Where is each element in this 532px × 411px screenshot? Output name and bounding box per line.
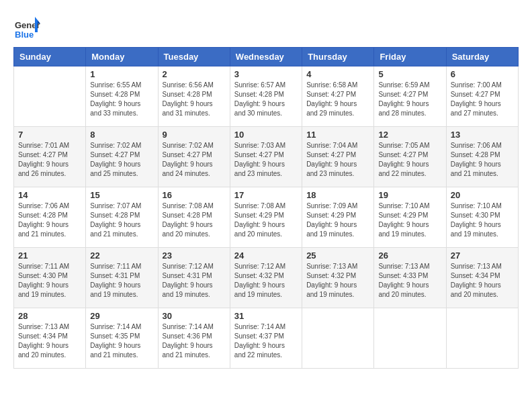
day-info: Sunrise: 7:13 AM Sunset: 4:34 PM Dayligh…	[451, 262, 514, 300]
column-header-tuesday: Tuesday	[158, 48, 230, 66]
day-info: Sunrise: 7:08 AM Sunset: 4:29 PM Dayligh…	[234, 201, 298, 239]
day-number: 24	[234, 250, 298, 261]
day-info: Sunrise: 7:11 AM Sunset: 4:30 PM Dayligh…	[18, 262, 81, 300]
day-number: 31	[234, 311, 298, 321]
day-info: Sunrise: 7:06 AM Sunset: 4:28 PM Dayligh…	[18, 201, 81, 239]
day-number: 3	[234, 69, 298, 79]
day-number: 23	[163, 250, 226, 261]
day-number: 15	[90, 190, 153, 200]
day-number: 9	[163, 130, 226, 140]
day-info: Sunrise: 7:00 AM Sunset: 4:27 PM Dayligh…	[451, 81, 514, 118]
calendar-cell: 19Sunrise: 7:10 AM Sunset: 4:29 PM Dayli…	[374, 187, 446, 248]
calendar-cell: 22Sunrise: 7:11 AM Sunset: 4:31 PM Dayli…	[86, 248, 158, 308]
day-number: 25	[306, 250, 369, 261]
calendar-cell: 21Sunrise: 7:11 AM Sunset: 4:30 PM Dayli…	[14, 248, 86, 308]
calendar-cell	[446, 308, 518, 369]
calendar-cell: 6Sunrise: 7:00 AM Sunset: 4:27 PM Daylig…	[446, 66, 518, 127]
day-info: Sunrise: 7:08 AM Sunset: 4:28 PM Dayligh…	[163, 201, 226, 239]
calendar-cell: 20Sunrise: 7:10 AM Sunset: 4:30 PM Dayli…	[446, 187, 518, 248]
calendar-cell: 25Sunrise: 7:13 AM Sunset: 4:32 PM Dayli…	[302, 248, 374, 308]
calendar-cell	[302, 308, 374, 369]
calendar-cell: 31Sunrise: 7:14 AM Sunset: 4:37 PM Dayli…	[230, 308, 302, 369]
day-number: 6	[451, 69, 514, 79]
day-info: Sunrise: 7:07 AM Sunset: 4:28 PM Dayligh…	[90, 201, 153, 239]
day-number: 2	[163, 69, 226, 79]
calendar-cell: 8Sunrise: 7:02 AM Sunset: 4:27 PM Daylig…	[86, 127, 158, 187]
calendar-cell: 28Sunrise: 7:13 AM Sunset: 4:34 PM Dayli…	[14, 308, 86, 369]
calendar-cell: 26Sunrise: 7:13 AM Sunset: 4:33 PM Dayli…	[374, 248, 446, 308]
column-header-wednesday: Wednesday	[230, 48, 302, 66]
calendar-cell: 5Sunrise: 6:59 AM Sunset: 4:27 PM Daylig…	[374, 66, 446, 127]
calendar-cell: 17Sunrise: 7:08 AM Sunset: 4:29 PM Dayli…	[230, 187, 302, 248]
day-info: Sunrise: 7:04 AM Sunset: 4:27 PM Dayligh…	[306, 141, 369, 179]
calendar-cell: 30Sunrise: 7:14 AM Sunset: 4:36 PM Dayli…	[158, 308, 230, 369]
column-header-saturday: Saturday	[446, 48, 518, 66]
calendar-cell	[374, 308, 446, 369]
day-info: Sunrise: 7:10 AM Sunset: 4:30 PM Dayligh…	[451, 201, 514, 239]
calendar-cell: 23Sunrise: 7:12 AM Sunset: 4:31 PM Dayli…	[158, 248, 230, 308]
page-header: General Blue	[13, 13, 519, 40]
day-number: 28	[18, 311, 81, 321]
day-info: Sunrise: 7:10 AM Sunset: 4:29 PM Dayligh…	[378, 201, 441, 239]
calendar-cell: 1Sunrise: 6:55 AM Sunset: 4:28 PM Daylig…	[86, 66, 158, 127]
calendar-week-row: 1Sunrise: 6:55 AM Sunset: 4:28 PM Daylig…	[14, 66, 519, 127]
calendar-cell: 7Sunrise: 7:01 AM Sunset: 4:27 PM Daylig…	[14, 127, 86, 187]
day-info: Sunrise: 7:11 AM Sunset: 4:31 PM Dayligh…	[90, 262, 153, 300]
calendar-cell: 14Sunrise: 7:06 AM Sunset: 4:28 PM Dayli…	[14, 187, 86, 248]
calendar-week-row: 21Sunrise: 7:11 AM Sunset: 4:30 PM Dayli…	[14, 248, 519, 308]
day-info: Sunrise: 7:12 AM Sunset: 4:31 PM Dayligh…	[163, 262, 226, 300]
day-number: 27	[451, 250, 514, 261]
logo-icon: General Blue	[13, 13, 40, 40]
day-info: Sunrise: 6:56 AM Sunset: 4:28 PM Dayligh…	[163, 81, 226, 118]
calendar-cell: 24Sunrise: 7:12 AM Sunset: 4:32 PM Dayli…	[230, 248, 302, 308]
day-info: Sunrise: 7:14 AM Sunset: 4:37 PM Dayligh…	[234, 322, 298, 360]
calendar-cell: 12Sunrise: 7:05 AM Sunset: 4:27 PM Dayli…	[374, 127, 446, 187]
day-number: 5	[378, 69, 441, 79]
calendar-cell: 4Sunrise: 6:58 AM Sunset: 4:27 PM Daylig…	[302, 66, 374, 127]
day-info: Sunrise: 7:02 AM Sunset: 4:27 PM Dayligh…	[163, 141, 226, 179]
day-info: Sunrise: 7:14 AM Sunset: 4:35 PM Dayligh…	[90, 322, 153, 360]
column-header-thursday: Thursday	[302, 48, 374, 66]
column-header-friday: Friday	[374, 48, 446, 66]
calendar-cell: 29Sunrise: 7:14 AM Sunset: 4:35 PM Dayli…	[86, 308, 158, 369]
day-info: Sunrise: 7:13 AM Sunset: 4:33 PM Dayligh…	[378, 262, 441, 300]
calendar-cell: 18Sunrise: 7:09 AM Sunset: 4:29 PM Dayli…	[302, 187, 374, 248]
calendar-cell: 15Sunrise: 7:07 AM Sunset: 4:28 PM Dayli…	[86, 187, 158, 248]
calendar-cell: 9Sunrise: 7:02 AM Sunset: 4:27 PM Daylig…	[158, 127, 230, 187]
day-info: Sunrise: 7:09 AM Sunset: 4:29 PM Dayligh…	[306, 201, 369, 239]
day-number: 19	[378, 190, 441, 200]
day-info: Sunrise: 7:06 AM Sunset: 4:28 PM Dayligh…	[451, 141, 514, 179]
day-number: 13	[451, 130, 514, 140]
day-number: 30	[163, 311, 226, 321]
day-number: 1	[90, 69, 153, 79]
column-header-sunday: Sunday	[14, 48, 86, 66]
calendar-cell: 2Sunrise: 6:56 AM Sunset: 4:28 PM Daylig…	[158, 66, 230, 127]
day-info: Sunrise: 6:58 AM Sunset: 4:27 PM Dayligh…	[306, 81, 369, 118]
day-number: 22	[90, 250, 153, 261]
day-info: Sunrise: 7:03 AM Sunset: 4:27 PM Dayligh…	[234, 141, 298, 179]
day-info: Sunrise: 7:05 AM Sunset: 4:27 PM Dayligh…	[378, 141, 441, 179]
day-number: 7	[18, 130, 81, 140]
calendar-cell: 3Sunrise: 6:57 AM Sunset: 4:28 PM Daylig…	[230, 66, 302, 127]
day-number: 11	[306, 130, 369, 140]
day-info: Sunrise: 7:01 AM Sunset: 4:27 PM Dayligh…	[18, 141, 81, 179]
calendar: SundayMondayTuesdayWednesdayThursdayFrid…	[13, 47, 519, 369]
day-info: Sunrise: 6:59 AM Sunset: 4:27 PM Dayligh…	[378, 81, 441, 118]
day-info: Sunrise: 7:02 AM Sunset: 4:27 PM Dayligh…	[90, 141, 153, 179]
calendar-cell: 10Sunrise: 7:03 AM Sunset: 4:27 PM Dayli…	[230, 127, 302, 187]
calendar-week-row: 14Sunrise: 7:06 AM Sunset: 4:28 PM Dayli…	[14, 187, 519, 248]
calendar-cell: 11Sunrise: 7:04 AM Sunset: 4:27 PM Dayli…	[302, 127, 374, 187]
day-info: Sunrise: 7:14 AM Sunset: 4:36 PM Dayligh…	[163, 322, 226, 360]
day-number: 29	[90, 311, 153, 321]
day-number: 14	[18, 190, 81, 200]
day-info: Sunrise: 6:55 AM Sunset: 4:28 PM Dayligh…	[90, 81, 153, 118]
calendar-cell: 27Sunrise: 7:13 AM Sunset: 4:34 PM Dayli…	[446, 248, 518, 308]
day-number: 17	[234, 190, 298, 200]
day-info: Sunrise: 7:13 AM Sunset: 4:32 PM Dayligh…	[306, 262, 369, 300]
day-number: 8	[90, 130, 153, 140]
day-number: 10	[234, 130, 298, 140]
day-number: 21	[18, 250, 81, 261]
calendar-cell	[14, 66, 86, 127]
day-number: 16	[163, 190, 226, 200]
calendar-header-row: SundayMondayTuesdayWednesdayThursdayFrid…	[14, 48, 519, 66]
